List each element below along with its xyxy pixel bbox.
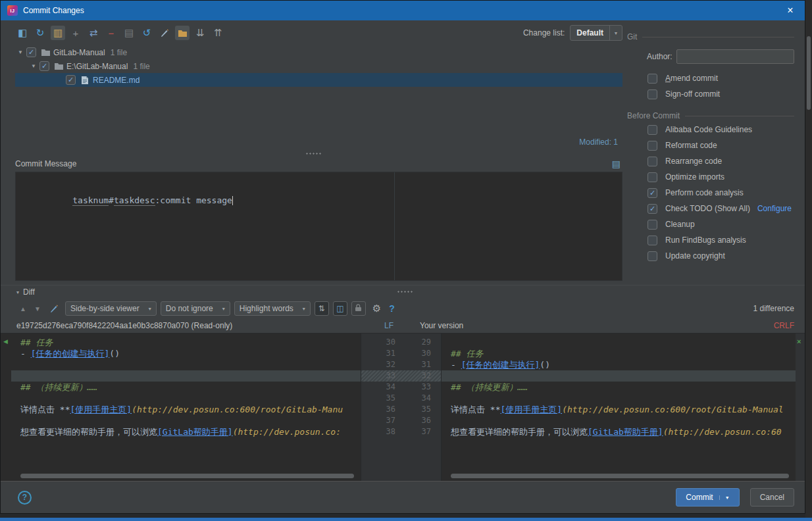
- move-to-changelist-icon[interactable]: ⇄: [86, 26, 101, 40]
- checkbox[interactable]: ✓: [66, 75, 76, 85]
- right-horizontal-scrollbar[interactable]: [451, 474, 789, 478]
- checkbox[interactable]: ✓: [39, 61, 49, 71]
- diff-line: [442, 415, 796, 426]
- checkbox[interactable]: ✓: [647, 125, 657, 135]
- commit-option-row[interactable]: ✓Amend commit: [647, 70, 794, 86]
- author-input[interactable]: [676, 49, 794, 64]
- gutter-row: 3130: [361, 348, 441, 359]
- gutter-row: 3837: [361, 426, 441, 437]
- cancel-button[interactable]: Cancel: [750, 488, 794, 507]
- expand-arrow-icon[interactable]: ▼: [15, 49, 26, 55]
- disable-editing-toggle[interactable]: [351, 301, 366, 316]
- gutter-row: 3635: [361, 404, 441, 415]
- diff-help-icon[interactable]: ?: [389, 303, 395, 314]
- group-by-directory-icon[interactable]: [175, 26, 190, 40]
- left-diff-editor[interactable]: ## 任务- [任务的创建与执行]()## （持续更新）……详情点击 **[使用…: [11, 334, 361, 481]
- close-icon[interactable]: ×: [782, 5, 798, 16]
- checkbox[interactable]: ✓: [647, 172, 657, 182]
- jump-to-source-icon[interactable]: [47, 301, 61, 316]
- remove-icon[interactable]: −: [104, 26, 118, 40]
- diff-line: [11, 370, 361, 382]
- rollback-icon[interactable]: ↺: [140, 26, 154, 40]
- checkbox[interactable]: ✓: [647, 157, 657, 166]
- help-button[interactable]: ?: [18, 491, 32, 505]
- section-collapse-icon[interactable]: ▾: [16, 289, 19, 295]
- commit-option-row[interactable]: ✓Cleanup: [647, 216, 794, 232]
- two-side-view-toggle[interactable]: ◫: [333, 301, 347, 316]
- commit-option-row[interactable]: ✓Rearrange code: [647, 153, 794, 169]
- diff-line: 详情点击 **[使用手册主页](http://dev.posun.co:600/…: [11, 404, 361, 415]
- whitespace-select-value: Do not ignore: [161, 304, 218, 313]
- right-diff-editor[interactable]: ## 任务- [任务的创建与执行]()## （持续更新）……详情点击 **[使用…: [442, 334, 796, 481]
- splitter-grip[interactable]: [305, 153, 322, 155]
- two-pane-icon: ◫: [336, 304, 343, 313]
- whitespace-select[interactable]: Do not ignore ▼: [161, 301, 230, 316]
- tree-row[interactable]: ▼✓GitLab-Manual1 file: [15, 45, 622, 59]
- chevron-down-icon[interactable]: ▼: [719, 495, 730, 500]
- show-diff-icon[interactable]: ▥: [51, 26, 65, 40]
- checkbox[interactable]: ✓: [647, 236, 657, 245]
- tree-row[interactable]: ▼✓E:\GitLab-Manual1 file: [15, 59, 622, 73]
- previous-difference-icon[interactable]: ▲: [18, 305, 28, 312]
- commit-option-row[interactable]: ✓Perform code analysis: [647, 185, 794, 201]
- commit-icon[interactable]: ◧: [15, 26, 30, 40]
- commit-changes-dialog: IJ Commit Changes × ◧↻▥+⇄−▤↺⇊⇈ Change li…: [0, 0, 805, 514]
- configure-link[interactable]: Configure: [757, 204, 792, 213]
- screen: IJ Commit Changes × ◧↻▥+⇄−▤↺⇊⇈ Change li…: [0, 0, 812, 521]
- commit-message-input[interactable]: tasknum#taskdesc:commit message: [15, 172, 622, 281]
- commit-option-row[interactable]: ✓Check TODO (Show All)Configure: [647, 201, 794, 216]
- refresh-icon[interactable]: ↻: [33, 26, 47, 40]
- edit-source-icon[interactable]: [157, 26, 172, 40]
- left-line-number: 38: [361, 426, 395, 437]
- checkbox[interactable]: ✓: [647, 89, 657, 99]
- changes-tree[interactable]: ▼✓GitLab-Manual1 file▼✓E:\GitLab-Manual1…: [15, 45, 622, 137]
- next-difference-icon[interactable]: ▼: [32, 305, 43, 312]
- option-label: Check TODO (Show All): [665, 204, 750, 213]
- diff-splitter-grip[interactable]: [397, 291, 414, 293]
- checkbox[interactable]: ✓: [647, 251, 657, 261]
- commit-option-row[interactable]: ✓Reformat code: [647, 137, 794, 153]
- checkbox[interactable]: ✓: [26, 47, 36, 57]
- collapse-all-icon[interactable]: ⇈: [211, 26, 225, 40]
- sync-scrolling-toggle[interactable]: ⇅: [315, 301, 329, 316]
- commit-option-row[interactable]: ✓Run FindBugs analysis: [647, 232, 794, 248]
- tree-row[interactable]: ✓README.md: [15, 73, 622, 87]
- commit-option-row[interactable]: ✓Update copyright: [647, 248, 794, 264]
- viewer-select[interactable]: Side-by-side viewer ▼: [65, 301, 157, 316]
- right-line-ending[interactable]: CRLF: [774, 321, 794, 330]
- author-label: Author:: [647, 52, 672, 61]
- tree-commit-splitter[interactable]: [1, 149, 627, 157]
- checkbox[interactable]: ✓: [647, 141, 657, 151]
- expand-arrow-icon[interactable]: ▼: [28, 63, 39, 69]
- checkbox[interactable]: ✓: [647, 188, 657, 198]
- option-label: Run FindBugs analysis: [665, 236, 746, 245]
- checkbox[interactable]: ✓: [647, 74, 657, 84]
- commit-option-row[interactable]: ✓Sign-off commit: [647, 86, 794, 102]
- commit-button[interactable]: Commit ▼: [676, 488, 739, 507]
- change-list-select[interactable]: Default ▼: [570, 25, 622, 41]
- checkbox[interactable]: ✓: [647, 220, 657, 230]
- highlight-select[interactable]: Highlight words ▼: [234, 301, 311, 316]
- add-icon[interactable]: +: [68, 26, 83, 40]
- commit-option-row[interactable]: ✓Optimize imports: [647, 169, 794, 185]
- option-label: Rearrange code: [665, 157, 722, 166]
- checkbox[interactable]: ✓: [647, 204, 657, 214]
- gutter-row: 3736: [361, 415, 441, 426]
- diff-section-header[interactable]: ▾ Diff: [1, 285, 805, 299]
- diff-line: [11, 415, 361, 426]
- left-horizontal-scrollbar[interactable]: [20, 474, 354, 478]
- commit-option-row[interactable]: ✓Alibaba Code Guidelines: [647, 122, 794, 137]
- viewer-select-value: Side-by-side viewer: [66, 304, 144, 313]
- diff-section: ▾ Diff ▲ ▼ Side-by-side viewer ▼ Do not …: [1, 285, 805, 481]
- chevron-down-icon[interactable]: ▼: [609, 26, 622, 40]
- commit-message-history-icon[interactable]: ▤: [612, 159, 621, 169]
- upper-region: ◧↻▥+⇄−▤↺⇊⇈ Change list: Default ▼ ▼✓GitL…: [1, 20, 805, 285]
- diff-settings-gear-icon[interactable]: ⚙: [372, 303, 381, 314]
- dialog-titlebar[interactable]: IJ Commit Changes ×: [1, 1, 805, 20]
- background-scrollbar-thumb[interactable]: [807, 36, 811, 110]
- right-error-stripe[interactable]: ×: [796, 334, 805, 481]
- git-option-list: ✓Amend commit✓Sign-off commit: [627, 70, 794, 102]
- expand-all-icon[interactable]: ⇊: [193, 26, 207, 40]
- details-icon[interactable]: ▤: [122, 26, 136, 40]
- left-error-stripe[interactable]: ◀: [1, 334, 11, 481]
